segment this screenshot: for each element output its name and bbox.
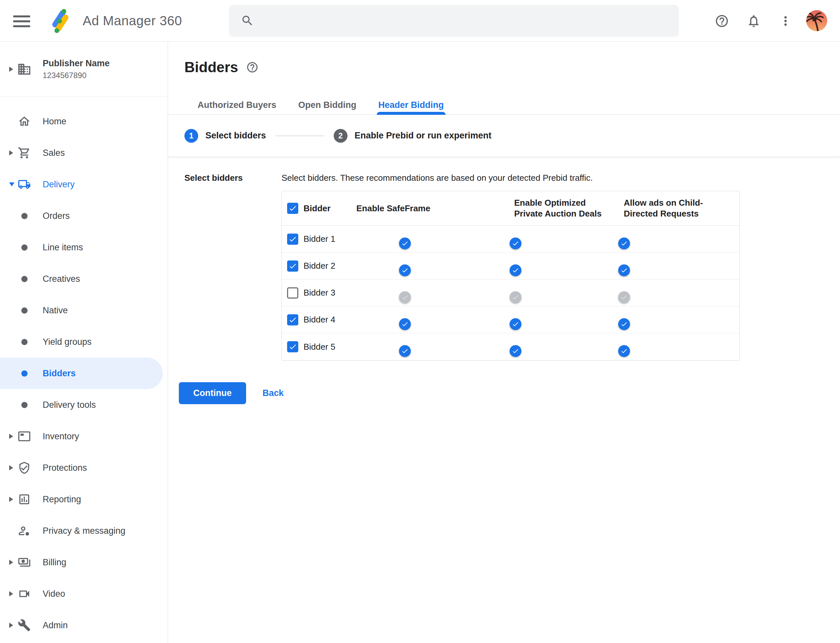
bidder-name: Bidder 5 xyxy=(304,342,335,352)
toggle-knob xyxy=(399,318,411,330)
sidebar-item-delivery[interactable]: Delivery xyxy=(0,169,168,200)
check-icon xyxy=(288,343,297,351)
bidder-name: Bidder 1 xyxy=(304,234,335,244)
step-connector xyxy=(275,135,325,136)
toggle-knob xyxy=(399,291,411,303)
continue-button[interactable]: Continue xyxy=(179,382,246,404)
shield-check-icon xyxy=(18,461,31,474)
publisher-name: Publisher Name xyxy=(42,59,109,69)
product-name: Ad Manager 360 xyxy=(83,0,182,42)
sidebar-item-native[interactable]: Native xyxy=(0,295,168,326)
bullet-icon xyxy=(21,339,28,345)
collapse-arrow-icon xyxy=(9,183,15,186)
publisher-switcher[interactable]: Publisher Name 1234567890 xyxy=(0,42,168,96)
help-icon[interactable] xyxy=(715,14,729,28)
tab-open-bidding[interactable]: Open Bidding xyxy=(298,100,356,114)
tab-header-bidding[interactable]: Header Bidding xyxy=(378,100,444,114)
cart-icon xyxy=(18,146,31,160)
section-description: Select bidders. These recommendations ar… xyxy=(281,173,740,183)
expand-arrow-icon xyxy=(9,623,13,628)
payments-icon xyxy=(18,556,31,569)
search-input[interactable] xyxy=(263,5,670,37)
table-row: Bidder 4 xyxy=(282,307,739,333)
sidebar-item-yield-groups[interactable]: Yield groups xyxy=(0,326,168,357)
bullet-icon xyxy=(21,245,28,251)
section-label: Select bidders xyxy=(168,173,281,361)
back-link[interactable]: Back xyxy=(263,388,284,398)
sidebar-item-video[interactable]: Video xyxy=(0,578,168,610)
toggle-knob xyxy=(510,345,521,357)
sidebar-item-bidders[interactable]: Bidders xyxy=(0,357,163,389)
home-icon xyxy=(18,115,31,128)
row-checkbox[interactable] xyxy=(287,314,298,325)
palm-tree-icon xyxy=(806,10,827,31)
search-bar xyxy=(229,5,679,37)
bullet-icon xyxy=(21,307,28,313)
publisher-id: 1234567890 xyxy=(42,71,109,80)
table-row: Bidder 2 xyxy=(282,253,739,279)
videocam-icon xyxy=(18,587,31,601)
ad-manager-app: Ad Manager 360 xyxy=(0,0,840,643)
bidder-name: Bidder 4 xyxy=(304,315,335,325)
bullet-icon xyxy=(21,213,28,219)
column-header-safeframe: Enable SafeFrame xyxy=(356,203,514,214)
stepper: 1 Select bidders 2 Enable Prebid or run … xyxy=(168,115,840,157)
expand-arrow-icon xyxy=(9,67,13,72)
menu-icon[interactable] xyxy=(13,13,30,29)
select-all-checkbox[interactable] xyxy=(287,203,298,214)
column-header-bidder: Bidder xyxy=(304,203,330,214)
check-icon xyxy=(288,235,297,243)
toggle-knob xyxy=(618,318,630,330)
bullet-icon xyxy=(21,276,28,282)
sidebar-item-sales[interactable]: Sales xyxy=(0,137,168,169)
toggle-knob xyxy=(618,291,630,303)
step-1-circle: 1 xyxy=(185,129,198,143)
check-icon xyxy=(288,262,297,270)
toggle-knob xyxy=(510,264,521,276)
row-checkbox[interactable] xyxy=(287,261,298,272)
ad-unit-icon xyxy=(18,430,31,443)
row-checkbox[interactable] xyxy=(287,341,298,353)
toggle-knob xyxy=(618,345,630,357)
expand-arrow-icon xyxy=(9,434,13,439)
row-checkbox[interactable] xyxy=(287,287,298,299)
sidebar-item-line-items[interactable]: Line items xyxy=(0,232,168,263)
tab-bar: Authorized Buyers Open Bidding Header Bi… xyxy=(168,100,840,115)
search-icon xyxy=(241,14,254,27)
more-options-icon[interactable] xyxy=(778,14,793,28)
toggle-knob xyxy=(510,291,521,303)
toggle-knob xyxy=(510,238,521,249)
check-icon xyxy=(288,316,297,324)
sidebar-item-reporting[interactable]: Reporting xyxy=(0,483,168,515)
sidebar: Publisher Name 1234567890 Home Sales Del… xyxy=(0,42,168,643)
bullet-icon xyxy=(21,370,28,377)
page-help-icon[interactable] xyxy=(246,61,258,73)
check-icon xyxy=(288,204,297,212)
main-content: Bidders Authorized Buyers Open Bidding H… xyxy=(168,42,840,643)
bidder-name: Bidder 2 xyxy=(304,261,335,271)
sidebar-item-protections[interactable]: Protections xyxy=(0,452,168,483)
page-title: Bidders xyxy=(185,58,238,77)
column-header-child-directed: Allow ads on Child-Directed Requests xyxy=(624,197,739,219)
sidebar-item-admin[interactable]: Admin xyxy=(0,610,168,641)
sidebar-item-orders[interactable]: Orders xyxy=(0,200,168,232)
sidebar-item-privacy-messaging[interactable]: Privacy & messaging xyxy=(0,515,168,547)
table-row: Bidder 5 xyxy=(282,333,739,360)
table-header-row: Bidder Enable SafeFrame Enable Optimized… xyxy=(282,191,739,226)
bidder-name: Bidder 3 xyxy=(304,288,335,298)
notifications-icon[interactable] xyxy=(747,14,761,28)
sidebar-item-billing[interactable]: Billing xyxy=(0,547,168,578)
toggle-knob xyxy=(618,264,630,276)
step-2-circle: 2 xyxy=(334,129,348,143)
sidebar-item-inventory[interactable]: Inventory xyxy=(0,421,168,452)
sidebar-item-delivery-tools[interactable]: Delivery tools xyxy=(0,389,168,421)
account-avatar[interactable] xyxy=(806,10,827,31)
sidebar-item-creatives[interactable]: Creatives xyxy=(0,263,168,295)
sidebar-item-home[interactable]: Home xyxy=(0,106,168,137)
bullet-icon xyxy=(21,402,28,408)
expand-arrow-icon xyxy=(9,497,13,502)
sidebar-nav: Home Sales Delivery Orders Line item xyxy=(0,96,168,641)
row-checkbox[interactable] xyxy=(287,233,298,245)
tab-authorized-buyers[interactable]: Authorized Buyers xyxy=(198,100,276,114)
expand-arrow-icon xyxy=(9,591,13,596)
